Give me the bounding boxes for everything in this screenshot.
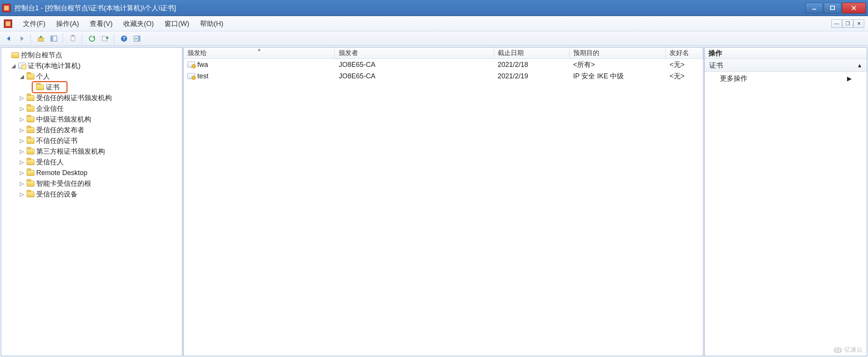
column-issued-by[interactable]: 颁发者 bbox=[335, 47, 494, 58]
actions-section-label: 证书 bbox=[709, 61, 723, 70]
forward-button[interactable] bbox=[16, 33, 27, 44]
console-root-icon bbox=[11, 52, 19, 58]
expand-icon[interactable]: ▷ bbox=[19, 170, 25, 176]
svg-rect-13 bbox=[138, 36, 140, 41]
expand-icon[interactable]: ▷ bbox=[19, 105, 25, 112]
tree-label: 受信任的发布者 bbox=[36, 125, 84, 135]
list-header: 颁发给 颁发者 截止日期 预期目的 友好名 bbox=[184, 47, 703, 59]
svg-rect-7 bbox=[71, 36, 75, 41]
tree-cert-local-node[interactable]: ◢ 证书(本地计算机) bbox=[1, 60, 182, 71]
tree-node[interactable]: ▷Remote Desktop bbox=[1, 167, 182, 178]
menu-file[interactable]: 文件(F) bbox=[18, 18, 51, 30]
actions-pane: 操作 证书 ▲ 更多操作 ▶ bbox=[704, 47, 867, 356]
tree-label: 受信任的设备 bbox=[36, 190, 77, 199]
tree-node[interactable]: ▷受信任的设备 bbox=[1, 189, 182, 200]
list-body[interactable]: fwaJO8E65-CA2021/2/18<所有><无>testJO8E65-C… bbox=[184, 59, 703, 356]
actions-header: 操作 bbox=[705, 47, 867, 59]
expand-icon[interactable]: ▷ bbox=[19, 159, 25, 165]
minimize-button[interactable] bbox=[805, 3, 823, 13]
expand-icon[interactable]: ▷ bbox=[19, 180, 25, 187]
export-list-button[interactable] bbox=[99, 33, 111, 44]
folder-icon bbox=[26, 116, 35, 123]
show-hide-tree-button[interactable] bbox=[48, 33, 60, 44]
result-list-pane: 颁发给 颁发者 截止日期 预期目的 友好名 fwaJO8E65-CA2021/2… bbox=[183, 47, 703, 356]
tree-certs-node-selected[interactable]: 证书 bbox=[1, 82, 182, 92]
tree-node[interactable]: ▷中级证书颁发机构 bbox=[1, 114, 182, 125]
tree-node[interactable]: ▷受信任的发布者 bbox=[1, 125, 182, 135]
menu-window[interactable]: 窗口(W) bbox=[159, 18, 195, 30]
toolbar-separator bbox=[31, 34, 32, 44]
mdi-controls: — ❐ ✕ bbox=[831, 19, 864, 28]
cell-expiry: 2021/2/18 bbox=[494, 61, 570, 69]
mdi-close-button[interactable]: ✕ bbox=[853, 19, 864, 28]
certificate-icon bbox=[187, 73, 195, 79]
menu-help[interactable]: 帮助(H) bbox=[195, 18, 229, 30]
actions-section[interactable]: 证书 ▲ bbox=[705, 59, 867, 72]
watermark-text: 亿速云 bbox=[844, 346, 863, 354]
tree-node[interactable]: ▷第三方根证书颁发机构 bbox=[1, 146, 182, 157]
list-row[interactable]: testJO8E65-CA2021/2/19IP 安全 IKE 中级<无> bbox=[184, 70, 703, 82]
svg-rect-1 bbox=[831, 6, 834, 10]
tree-node[interactable]: ▷不信任的证书 bbox=[1, 135, 182, 146]
menu-action[interactable]: 操作(A) bbox=[51, 18, 84, 30]
column-issued-to[interactable]: 颁发给 bbox=[184, 47, 335, 58]
tree-personal-node[interactable]: ◢ 个人 bbox=[1, 71, 182, 82]
column-purpose[interactable]: 预期目的 bbox=[570, 47, 666, 58]
toolbar-separator bbox=[63, 34, 64, 44]
tree-label: 证书(本地计算机) bbox=[28, 61, 81, 70]
mdi-restore-button[interactable]: ❐ bbox=[842, 19, 853, 28]
folder-icon bbox=[26, 169, 35, 176]
cell-issued-by: JO8E65-CA bbox=[335, 61, 494, 69]
tree-node[interactable]: ▷智能卡受信任的根 bbox=[1, 178, 182, 189]
expand-icon[interactable]: ▷ bbox=[19, 95, 25, 101]
work-area: 控制台根节点 ◢ 证书(本地计算机) ◢ 个人 证书 ▷受信任的根证书颁发机构▷… bbox=[0, 46, 868, 357]
window-title: 控制台1 - [控制台根节点\证书(本地计算机)\个人\证书] bbox=[15, 3, 805, 13]
help-button[interactable]: ? bbox=[118, 33, 130, 44]
tree-label: 中级证书颁发机构 bbox=[36, 115, 91, 124]
column-expiry[interactable]: 截止日期 bbox=[494, 47, 570, 58]
cell-issued-by: JO8E65-CA bbox=[335, 72, 494, 80]
list-row[interactable]: fwaJO8E65-CA2021/2/18<所有><无> bbox=[184, 59, 703, 70]
copy-button[interactable] bbox=[67, 33, 79, 44]
column-friendly[interactable]: 友好名 bbox=[666, 47, 703, 58]
expand-icon[interactable]: ▷ bbox=[19, 116, 25, 122]
expand-icon[interactable]: ▷ bbox=[19, 127, 25, 133]
actions-more-label: 更多操作 bbox=[720, 74, 747, 83]
cell-purpose: IP 安全 IKE 中级 bbox=[570, 71, 666, 81]
menu-view[interactable]: 查看(V) bbox=[84, 18, 118, 30]
back-button[interactable] bbox=[3, 33, 15, 44]
svg-rect-8 bbox=[72, 35, 74, 36]
toolbar-separator bbox=[114, 34, 115, 44]
expand-icon[interactable]: ▷ bbox=[19, 138, 25, 144]
tree-label: 个人 bbox=[36, 72, 50, 81]
tree-node[interactable]: ▷受信任的根证书颁发机构 bbox=[1, 92, 182, 103]
tree-root-node[interactable]: 控制台根节点 bbox=[1, 50, 182, 60]
tree-node[interactable]: ▷受信任人 bbox=[1, 157, 182, 167]
expand-icon[interactable]: ▷ bbox=[19, 191, 25, 197]
tree-node[interactable]: ▷企业信任 bbox=[1, 103, 182, 114]
maximize-button[interactable] bbox=[824, 3, 841, 13]
svg-rect-9 bbox=[102, 36, 107, 41]
up-button[interactable] bbox=[35, 33, 47, 44]
cell-issued-to: fwa bbox=[197, 61, 208, 69]
folder-icon bbox=[26, 148, 35, 155]
chevron-up-icon: ▲ bbox=[857, 62, 862, 68]
svg-text:?: ? bbox=[123, 36, 125, 41]
expand-icon[interactable]: ▷ bbox=[19, 148, 25, 154]
watermark-icon bbox=[834, 347, 842, 353]
menu-favorites[interactable]: 收藏夹(O) bbox=[118, 18, 159, 30]
svg-rect-6 bbox=[51, 36, 53, 41]
actions-more[interactable]: 更多操作 ▶ bbox=[705, 72, 867, 85]
console-tree-pane[interactable]: 控制台根节点 ◢ 证书(本地计算机) ◢ 个人 证书 ▷受信任的根证书颁发机构▷… bbox=[1, 47, 182, 356]
tree-label: 不信任的证书 bbox=[36, 136, 77, 145]
folder-icon bbox=[26, 180, 35, 187]
mdi-icon[interactable] bbox=[4, 19, 12, 28]
tree-label: 第三方根证书颁发机构 bbox=[36, 147, 105, 156]
collapse-icon[interactable]: ◢ bbox=[19, 73, 25, 80]
show-hide-action-button[interactable] bbox=[131, 33, 143, 44]
collapse-icon[interactable]: ◢ bbox=[10, 63, 16, 69]
folder-icon bbox=[26, 127, 35, 133]
close-button[interactable] bbox=[842, 3, 866, 13]
mdi-minimize-button[interactable]: — bbox=[831, 19, 842, 28]
refresh-button[interactable] bbox=[86, 33, 98, 44]
